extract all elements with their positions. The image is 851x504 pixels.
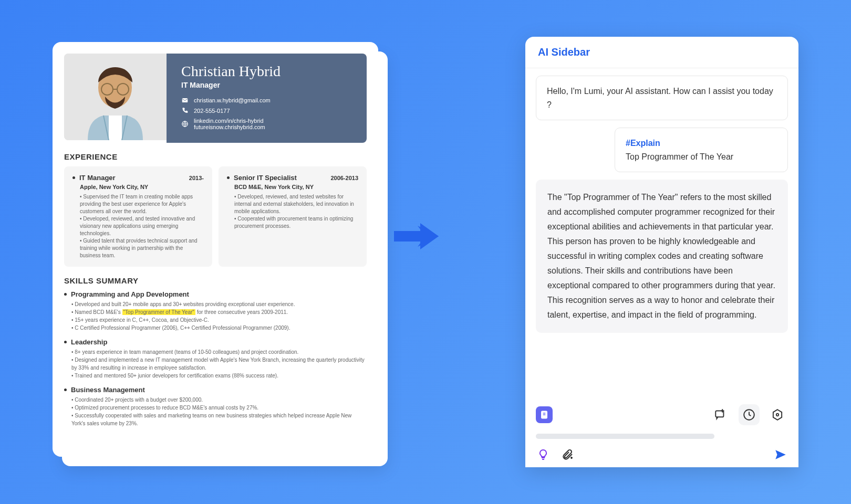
send-button[interactable]	[773, 447, 788, 462]
arrow-icon	[389, 210, 441, 262]
attach-button[interactable]	[560, 447, 575, 462]
svg-point-14	[776, 414, 779, 416]
sidebar-title: AI Sidebar	[538, 46, 786, 58]
notebook-button[interactable]	[536, 406, 553, 423]
email-value: christian.w.hybrid@gmail.com	[194, 97, 271, 103]
experience-card: IT Manager 2013- Apple, New York City, N…	[64, 166, 212, 267]
settings-button[interactable]	[767, 404, 788, 425]
website-value: futureisnow.chrishybrid.com	[194, 124, 265, 130]
experience-card: Senior IT Specialist 2006-2013 BCD M&E, …	[219, 166, 367, 267]
web-icon	[181, 120, 189, 128]
history-button[interactable]	[739, 404, 760, 425]
assistant-response: The "Top Programmer of The Year" refers …	[536, 180, 788, 333]
resume-title: IT Manager	[181, 81, 352, 89]
highlighted-text: "Top Programmer of The Year"	[122, 309, 195, 315]
resume-name: Christian Hybrid	[181, 63, 352, 80]
hint-button[interactable]	[536, 447, 551, 462]
phone-icon	[181, 107, 189, 114]
phone-value: 202-555-0177	[194, 108, 230, 114]
email-icon	[181, 97, 189, 104]
svg-rect-5	[182, 98, 188, 102]
input-placeholder-bar[interactable]	[536, 434, 714, 439]
linkedin-value: linkedin.com/in/chris-hybrid	[194, 118, 265, 124]
assistant-greeting: Hello, I'm Lumi, your AI assistant. How …	[536, 76, 788, 120]
add-chat-button[interactable]	[710, 404, 731, 425]
avatar	[64, 54, 167, 140]
experience-heading: EXPERIENCE	[64, 152, 367, 161]
resume-document: Christian Hybrid IT Manager christian.w.…	[53, 42, 378, 457]
skills-heading: SKILLS SUMMARY	[64, 276, 367, 285]
user-message: #Explain Top Programmer of The Year	[615, 128, 788, 172]
ai-sidebar: AI Sidebar Hello, I'm Lumi, your AI assi…	[525, 37, 798, 467]
